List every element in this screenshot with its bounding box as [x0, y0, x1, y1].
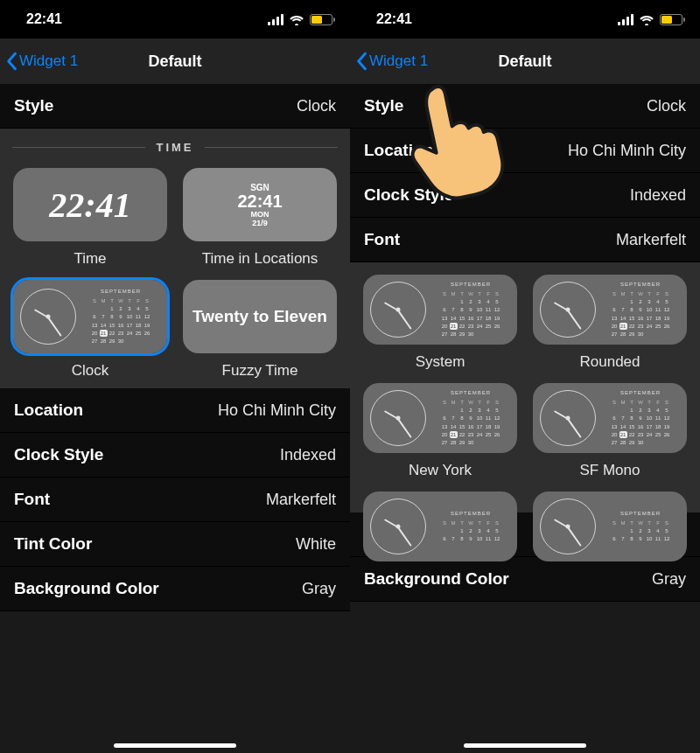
row-clock-style[interactable]: Clock Style Indexed — [350, 173, 700, 218]
mini-calendar: SEPTEMBER SMTWTFS12345678910111213141516… — [601, 281, 680, 338]
row-background-color-value: Gray — [652, 570, 686, 589]
tile-fuzzy-text: Twenty to Eleven — [192, 307, 327, 326]
analog-clock-icon — [370, 390, 426, 446]
mini-calendar: SEPTEMBER SMTWTFS12345678910111213141516… — [431, 389, 510, 447]
font-tile-newyork[interactable]: SEPTEMBER SMTWTFS12345678910111213141516… — [363, 383, 517, 453]
row-font-key: Font — [364, 230, 400, 249]
row-clock-style-key: Clock Style — [14, 445, 103, 464]
back-button[interactable]: Widget 1 — [5, 38, 78, 84]
row-location-key: Location — [14, 401, 83, 420]
font-picker-section: SEPTEMBER SMTWTFS12345678910111213141516… — [350, 262, 700, 512]
style-tile-time[interactable]: 22:41 — [13, 168, 167, 241]
home-indicator[interactable] — [114, 743, 236, 748]
row-font[interactable]: Font Markerfelt — [0, 478, 350, 522]
row-clock-style[interactable]: Clock Style Indexed — [0, 433, 350, 478]
status-bar: 22:41 — [0, 0, 350, 38]
tile-loc-day: MON — [251, 210, 270, 219]
cellular-icon — [268, 14, 284, 25]
row-location[interactable]: Location Ho Chi Minh City — [0, 388, 350, 433]
wifi-icon — [639, 14, 654, 25]
row-font-value: Markerfelt — [266, 491, 336, 509]
back-label: Widget 1 — [369, 52, 428, 70]
analog-clock-icon — [370, 282, 426, 338]
chevron-left-icon — [5, 52, 18, 71]
row-background-color-value: Gray — [302, 580, 336, 598]
status-bar: 22:41 — [350, 0, 700, 38]
analog-clock-icon — [370, 499, 426, 554]
battery-icon — [660, 14, 682, 25]
status-time: 22:41 — [26, 11, 62, 27]
tile-time-value: 22:41 — [49, 185, 130, 226]
back-button[interactable]: Widget 1 — [355, 38, 428, 84]
page-title: Default — [148, 52, 201, 71]
tile-fuzzy-label: Fuzzy Time — [222, 362, 298, 380]
row-location-value: Ho Chi Minh City — [568, 142, 686, 160]
row-font[interactable]: Font Markerfelt — [350, 218, 700, 262]
mini-calendar: SEPTEMBER SMTWTFS123456789101112 — [431, 510, 510, 543]
row-tint-color-value: White — [296, 535, 336, 554]
style-tile-fuzzy[interactable]: Twenty to Eleven — [183, 280, 337, 353]
font-tile-rounded[interactable]: SEPTEMBER SMTWTFS12345678910111213141516… — [533, 275, 687, 345]
font-tile-extra-1[interactable]: SEPTEMBER SMTWTFS123456789101112 — [363, 492, 517, 561]
row-location-value: Ho Chi Minh City — [218, 401, 336, 420]
analog-clock-icon — [540, 282, 596, 338]
row-clock-style-value: Indexed — [630, 186, 686, 205]
tile-loc-label: Time in Locations — [202, 250, 318, 268]
back-label: Widget 1 — [19, 52, 78, 70]
row-clock-style-value: Indexed — [280, 446, 336, 464]
tile-loc-code: SGN — [250, 183, 270, 192]
tile-loc-date: 21/9 — [252, 219, 268, 227]
row-font-value: Markerfelt — [616, 231, 686, 249]
analog-clock-icon — [540, 390, 596, 446]
status-time: 22:41 — [376, 11, 412, 27]
row-background-color[interactable]: Background Color Gray — [350, 557, 700, 602]
row-style[interactable]: Style Clock — [0, 84, 350, 129]
mini-calendar: SEPTEMBER SMTWTFS123456789101112 — [601, 510, 680, 543]
tile-clock-label: Clock — [72, 362, 109, 380]
font-tile-system[interactable]: SEPTEMBER SMTWTFS12345678910111213141516… — [363, 275, 517, 345]
row-background-color-key: Background Color — [364, 569, 509, 589]
font-system-label: System — [416, 353, 466, 371]
font-tile-extra-2[interactable]: SEPTEMBER SMTWTFS123456789101112 — [533, 492, 687, 561]
row-style-key: Style — [14, 96, 53, 115]
font-sfmono-label: SF Mono — [580, 462, 640, 479]
mini-calendar: SEPTEMBER SMTWTFS 12345 6789101112 13141… — [81, 288, 160, 345]
font-tile-sfmono[interactable]: SEPTEMBER SMTWTFS12345678910111213141516… — [533, 383, 687, 453]
row-background-color-key: Background Color — [14, 579, 159, 598]
font-newyork-label: New York — [409, 462, 472, 479]
phone-screen-right: 22:41 Widget 1 Default Style Clock Locat… — [350, 0, 700, 753]
page-title: Default — [498, 52, 551, 71]
nav-header: Widget 1 Default — [350, 38, 700, 84]
row-background-color[interactable]: Background Color Gray — [0, 567, 350, 611]
section-header: TIME — [12, 141, 338, 154]
mini-calendar: SEPTEMBER SMTWTFS12345678910111213141516… — [601, 389, 680, 447]
analog-clock-icon — [540, 499, 596, 554]
tile-time-label: Time — [74, 250, 106, 268]
chevron-left-icon — [355, 52, 368, 71]
phone-screen-left: 22:41 Widget 1 Default Style Clock TIME — [0, 0, 350, 753]
row-style-value: Clock — [297, 97, 336, 115]
tile-loc-time: 22:41 — [237, 192, 282, 210]
battery-icon — [310, 14, 332, 25]
mini-calendar: SEPTEMBER SMTWTFS12345678910111213141516… — [431, 281, 510, 338]
nav-header: Widget 1 Default — [0, 38, 350, 84]
wifi-icon — [289, 14, 304, 25]
style-tile-clock[interactable]: SEPTEMBER SMTWTFS 12345 6789101112 13141… — [13, 280, 167, 353]
style-tile-time-in-locations[interactable]: SGN 22:41 MON 21/9 — [183, 168, 337, 241]
row-tint-color[interactable]: Tint Color White — [0, 522, 350, 567]
row-tint-color-key: Tint Color — [14, 534, 92, 554]
section-header-label: TIME — [156, 141, 193, 154]
style-picker-section: TIME 22:41 Time SGN 22:41 MON 21/9 — [0, 129, 350, 388]
analog-clock-icon — [20, 289, 76, 345]
row-style-value: Clock — [647, 97, 686, 115]
row-font-key: Font — [14, 490, 50, 509]
home-indicator[interactable] — [464, 743, 586, 748]
cellular-icon — [618, 14, 634, 25]
font-rounded-label: Rounded — [579, 353, 640, 371]
